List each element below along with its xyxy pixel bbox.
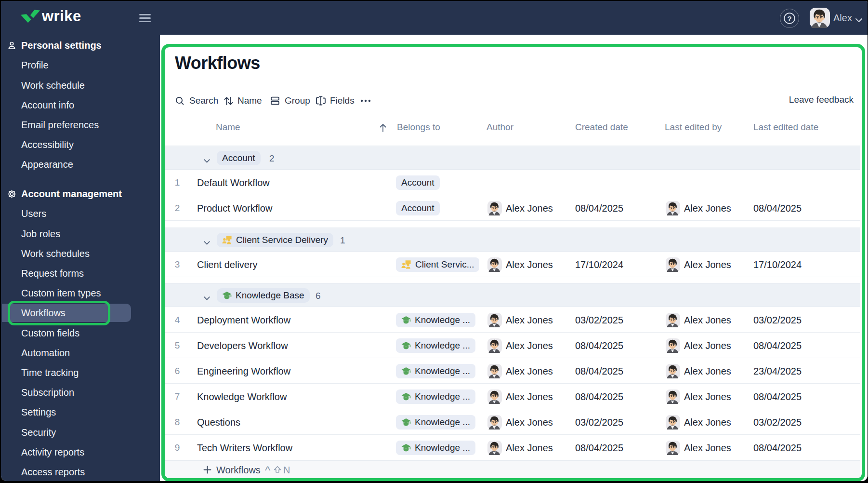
svg-text:?: ?: [788, 15, 792, 23]
